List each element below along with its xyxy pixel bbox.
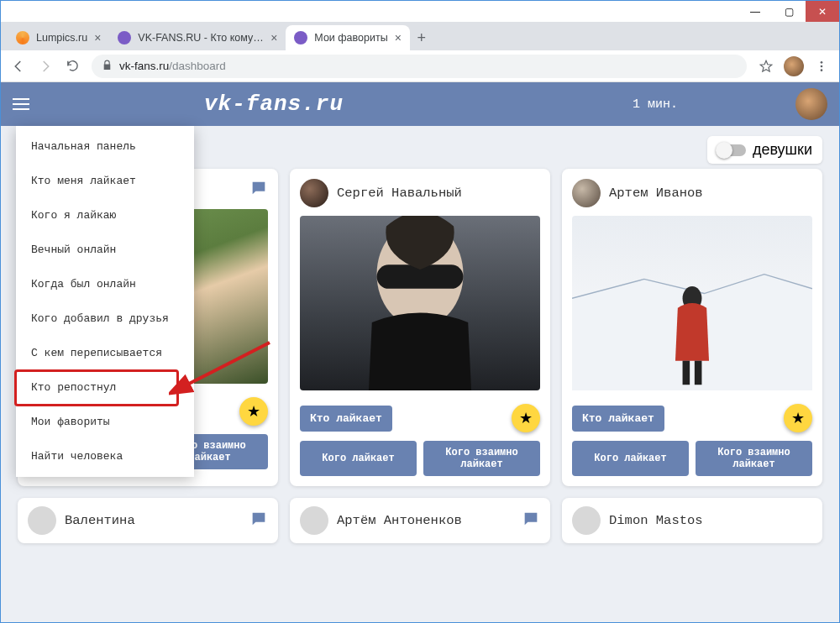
menu-item-eternal-online[interactable]: Вечный онлайн — [16, 233, 194, 267]
star-icon — [759, 59, 774, 74]
menu-item-added-friends[interactable]: Кого добавил в друзья — [16, 301, 194, 336]
browser-menu-button[interactable] — [809, 54, 834, 79]
svg-line-8 — [184, 343, 270, 386]
profile-card: Dimon Mastos — [562, 498, 822, 543]
mutual-likes-button[interactable]: Кого взаимно лайкает — [423, 441, 540, 476]
tab-title: Lumpics.ru — [36, 32, 87, 44]
window-titlebar: — ▢ ✕ — [0, 0, 840, 22]
reload-button[interactable] — [60, 54, 85, 79]
filter-label: девушки — [753, 141, 812, 159]
menu-item-who-reposted[interactable]: Кто репостнул — [16, 370, 194, 405]
profile-card: Артем Иванов Кто лайкает ★ Кого лайкает … — [562, 169, 822, 486]
url-path: /dashboard — [169, 60, 226, 72]
card-avatar — [572, 506, 601, 535]
reload-icon — [66, 59, 80, 73]
browser-tab-active[interactable]: Мои фавориты × — [286, 25, 409, 50]
card-name: Сергей Навальный — [337, 186, 540, 201]
who-likes-whom-button[interactable]: Кого лайкает — [572, 441, 689, 476]
card-name: Артем Иванов — [609, 186, 812, 201]
favorite-star-button[interactable]: ★ — [512, 404, 540, 432]
profile-card: Валентина — [18, 498, 278, 543]
url-domain: vk-fans.ru — [119, 60, 169, 72]
tab-title: VK-FANS.RU - Кто кому ставит л — [138, 32, 264, 44]
app-header: vk-fans.ru 1 мин. — [1, 82, 839, 126]
tab-strip: Lumpics.ru × VK-FANS.RU - Кто кому стави… — [1, 22, 839, 50]
who-likes-button[interactable]: Кто лайкает — [300, 406, 392, 432]
kebab-icon — [815, 60, 828, 73]
lock-icon — [102, 60, 113, 73]
menu-item-last-online[interactable]: Когда был онлайн — [16, 267, 194, 301]
page-viewport: vk-fans.ru 1 мин. девушки ★ — [1, 82, 839, 622]
profile-card: Сергей Навальный Кто лайкает ★ Кого лайк… — [290, 169, 550, 486]
card-photo — [572, 216, 812, 390]
tab-title: Мои фавориты — [314, 32, 387, 44]
tab-favicon-icon — [16, 31, 29, 44]
svg-rect-7 — [695, 361, 702, 385]
browser-tab[interactable]: Lumpics.ru × — [8, 25, 109, 50]
user-avatar[interactable] — [795, 88, 827, 120]
svg-point-0 — [821, 61, 823, 64]
chat-icon[interactable] — [249, 179, 268, 201]
back-button[interactable] — [6, 54, 31, 79]
tab-close-icon[interactable]: × — [270, 31, 277, 44]
profile-avatar[interactable] — [784, 56, 804, 76]
bookmark-button[interactable] — [753, 54, 779, 79]
window-maximize-button[interactable]: ▢ — [772, 1, 806, 22]
who-likes-button[interactable]: Кто лайкает — [572, 406, 664, 432]
forward-button[interactable] — [33, 54, 58, 79]
card-avatar — [28, 506, 56, 535]
site-logo: vk-fans.ru — [204, 92, 344, 117]
arrow-right-icon — [38, 59, 53, 74]
browser-window: Lumpics.ru × VK-FANS.RU - Кто кому стави… — [0, 22, 840, 623]
browser-tab[interactable]: VK-FANS.RU - Кто кому ставит л × — [109, 25, 286, 50]
window-minimize-button[interactable]: — — [738, 1, 772, 22]
new-tab-button[interactable]: + — [410, 25, 433, 50]
tab-close-icon[interactable]: × — [395, 31, 402, 44]
window-close-button[interactable]: ✕ — [806, 1, 839, 22]
svg-rect-6 — [683, 361, 690, 385]
gender-filter-toggle[interactable]: девушки — [707, 136, 822, 164]
card-photo — [300, 216, 540, 390]
cards-grid-row2: Валентина Артём Антоненков Dimon Mastos — [1, 486, 839, 543]
tab-close-icon[interactable]: × — [94, 31, 101, 44]
browser-toolbar: vk-fans.ru/dashboard — [1, 50, 839, 82]
annotation-arrow-icon — [169, 334, 278, 410]
mutual-likes-button[interactable]: Кого взаимно лайкает — [696, 441, 812, 476]
card-header: Артем Иванов — [572, 179, 812, 207]
who-likes-whom-button[interactable]: Кого лайкает — [300, 441, 417, 476]
tab-favicon-icon — [294, 31, 307, 44]
hamburger-menu-button[interactable] — [13, 92, 36, 116]
menu-item-favorites[interactable]: Мои фавориты — [16, 405, 194, 439]
card-avatar — [300, 506, 328, 535]
svg-point-2 — [821, 69, 823, 71]
chat-icon[interactable] — [522, 510, 540, 531]
svg-point-1 — [821, 65, 823, 67]
session-timer: 1 мин. — [633, 97, 678, 112]
card-avatar — [572, 179, 601, 207]
menu-item-chats-with[interactable]: С кем переписывается — [16, 336, 194, 370]
menu-item-who-likes-me[interactable]: Кто меня лайкает — [16, 164, 194, 198]
card-avatar — [300, 179, 328, 207]
card-name: Dimon Mastos — [609, 513, 812, 528]
arrow-left-icon — [11, 59, 26, 74]
tab-favicon-icon — [118, 31, 131, 44]
card-name: Артём Антоненков — [337, 513, 513, 528]
favorite-star-button[interactable]: ★ — [784, 404, 812, 432]
toggle-switch[interactable] — [717, 144, 746, 156]
card-header: Сергей Навальный — [300, 179, 540, 207]
sidebar-menu: Начальная панель Кто меня лайкает Кого я… — [16, 126, 194, 477]
menu-item-dashboard[interactable]: Начальная панель — [16, 129, 194, 164]
card-name: Валентина — [65, 513, 241, 528]
chat-icon[interactable] — [249, 510, 268, 531]
profile-card: Артём Антоненков — [290, 498, 550, 543]
menu-item-find-person[interactable]: Найти человека — [16, 439, 194, 474]
menu-item-whom-i-like[interactable]: Кого я лайкаю — [16, 198, 194, 233]
address-bar[interactable]: vk-fans.ru/dashboard — [92, 55, 747, 78]
